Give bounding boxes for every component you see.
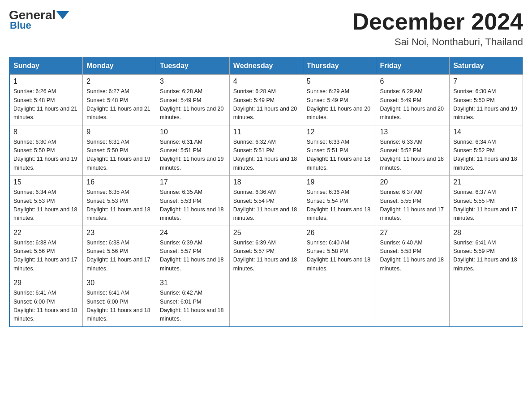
day-number: 8	[13, 128, 79, 136]
calendar-cell: 9Sunrise: 6:31 AMSunset: 5:50 PMDaylight…	[83, 125, 156, 176]
calendar-cell: 28Sunrise: 6:41 AMSunset: 5:59 PMDayligh…	[450, 226, 523, 276]
day-info: Sunrise: 6:28 AMSunset: 5:49 PMDaylight:…	[233, 87, 299, 122]
day-number: 31	[160, 279, 226, 287]
day-number: 23	[86, 229, 152, 237]
day-number: 13	[380, 128, 446, 136]
day-info: Sunrise: 6:39 AMSunset: 5:57 PMDaylight:…	[160, 239, 226, 274]
calendar-cell: 16Sunrise: 6:35 AMSunset: 5:53 PMDayligh…	[83, 176, 156, 226]
day-number: 22	[13, 229, 79, 237]
day-info: Sunrise: 6:33 AMSunset: 5:52 PMDaylight:…	[380, 138, 446, 173]
calendar-cell: 17Sunrise: 6:35 AMSunset: 5:53 PMDayligh…	[156, 176, 230, 226]
day-info: Sunrise: 6:28 AMSunset: 5:49 PMDaylight:…	[160, 87, 226, 122]
calendar-cell: 12Sunrise: 6:33 AMSunset: 5:51 PMDayligh…	[303, 125, 376, 176]
day-info: Sunrise: 6:31 AMSunset: 5:51 PMDaylight:…	[160, 138, 226, 173]
calendar-cell: 18Sunrise: 6:36 AMSunset: 5:54 PMDayligh…	[229, 176, 303, 226]
page-header: General Blue December 2024 Sai Noi, Nont…	[9, 9, 523, 48]
week-row-1: 1Sunrise: 6:26 AMSunset: 5:48 PMDaylight…	[9, 75, 523, 125]
day-info: Sunrise: 6:37 AMSunset: 5:55 PMDaylight:…	[453, 188, 519, 223]
column-header-wednesday: Wednesday	[229, 57, 303, 75]
day-number: 20	[380, 178, 446, 186]
calendar-cell: 22Sunrise: 6:38 AMSunset: 5:56 PMDayligh…	[9, 226, 83, 276]
day-info: Sunrise: 6:29 AMSunset: 5:49 PMDaylight:…	[307, 87, 373, 122]
day-number: 5	[307, 77, 373, 86]
day-info: Sunrise: 6:39 AMSunset: 5:57 PMDaylight:…	[233, 239, 299, 274]
day-info: Sunrise: 6:30 AMSunset: 5:50 PMDaylight:…	[453, 87, 519, 122]
title-area: December 2024 Sai Noi, Nonthaburi, Thail…	[352, 9, 523, 48]
day-number: 28	[453, 229, 519, 237]
calendar-cell: 20Sunrise: 6:37 AMSunset: 5:55 PMDayligh…	[376, 176, 450, 226]
day-number: 30	[86, 279, 152, 287]
calendar-cell: 23Sunrise: 6:38 AMSunset: 5:56 PMDayligh…	[83, 226, 156, 276]
day-number: 27	[380, 229, 446, 237]
calendar-cell: 19Sunrise: 6:36 AMSunset: 5:54 PMDayligh…	[303, 176, 376, 226]
day-info: Sunrise: 6:34 AMSunset: 5:53 PMDaylight:…	[13, 188, 79, 223]
calendar-cell: 4Sunrise: 6:28 AMSunset: 5:49 PMDaylight…	[229, 75, 303, 125]
column-header-tuesday: Tuesday	[156, 57, 230, 75]
calendar-cell	[303, 276, 376, 327]
day-number: 2	[86, 77, 152, 86]
calendar-cell: 14Sunrise: 6:34 AMSunset: 5:52 PMDayligh…	[450, 125, 523, 176]
calendar-cell: 15Sunrise: 6:34 AMSunset: 5:53 PMDayligh…	[9, 176, 83, 226]
column-header-sunday: Sunday	[9, 57, 83, 75]
calendar-cell: 24Sunrise: 6:39 AMSunset: 5:57 PMDayligh…	[156, 226, 230, 276]
day-number: 4	[233, 77, 299, 86]
calendar-cell: 1Sunrise: 6:26 AMSunset: 5:48 PMDaylight…	[9, 75, 83, 125]
day-number: 24	[160, 229, 226, 237]
calendar-cell: 7Sunrise: 6:30 AMSunset: 5:50 PMDaylight…	[450, 75, 523, 125]
day-info: Sunrise: 6:27 AMSunset: 5:48 PMDaylight:…	[86, 87, 152, 122]
week-row-2: 8Sunrise: 6:30 AMSunset: 5:50 PMDaylight…	[9, 125, 523, 176]
calendar-cell: 10Sunrise: 6:31 AMSunset: 5:51 PMDayligh…	[156, 125, 230, 176]
day-info: Sunrise: 6:38 AMSunset: 5:56 PMDaylight:…	[86, 239, 152, 274]
day-number: 26	[307, 229, 373, 237]
column-header-monday: Monday	[83, 57, 156, 75]
day-info: Sunrise: 6:35 AMSunset: 5:53 PMDaylight:…	[86, 188, 152, 223]
logo-triangle-icon	[56, 11, 69, 19]
calendar-cell: 2Sunrise: 6:27 AMSunset: 5:48 PMDaylight…	[83, 75, 156, 125]
calendar-cell	[376, 276, 450, 327]
day-number: 14	[453, 128, 519, 136]
day-info: Sunrise: 6:38 AMSunset: 5:56 PMDaylight:…	[13, 239, 79, 274]
day-number: 3	[160, 77, 226, 86]
calendar-cell: 13Sunrise: 6:33 AMSunset: 5:52 PMDayligh…	[376, 125, 450, 176]
calendar-cell: 29Sunrise: 6:41 AMSunset: 6:00 PMDayligh…	[9, 276, 83, 327]
calendar-cell: 30Sunrise: 6:41 AMSunset: 6:00 PMDayligh…	[83, 276, 156, 327]
calendar-table: SundayMondayTuesdayWednesdayThursdayFrid…	[9, 57, 523, 327]
calendar-cell: 25Sunrise: 6:39 AMSunset: 5:57 PMDayligh…	[229, 226, 303, 276]
month-title: December 2024	[352, 9, 523, 34]
day-number: 10	[160, 128, 226, 136]
day-number: 12	[307, 128, 373, 136]
day-info: Sunrise: 6:40 AMSunset: 5:58 PMDaylight:…	[307, 239, 373, 274]
day-info: Sunrise: 6:31 AMSunset: 5:50 PMDaylight:…	[86, 138, 152, 173]
day-info: Sunrise: 6:33 AMSunset: 5:51 PMDaylight:…	[307, 138, 373, 173]
logo-blue-text: Blue	[10, 20, 31, 31]
calendar-cell: 8Sunrise: 6:30 AMSunset: 5:50 PMDaylight…	[9, 125, 83, 176]
day-info: Sunrise: 6:41 AMSunset: 6:00 PMDaylight:…	[86, 289, 152, 324]
day-number: 17	[160, 178, 226, 186]
week-row-5: 29Sunrise: 6:41 AMSunset: 6:00 PMDayligh…	[9, 276, 523, 327]
day-info: Sunrise: 6:35 AMSunset: 5:53 PMDaylight:…	[160, 188, 226, 223]
day-info: Sunrise: 6:41 AMSunset: 5:59 PMDaylight:…	[453, 239, 519, 274]
day-number: 15	[13, 178, 79, 186]
day-number: 11	[233, 128, 299, 136]
day-number: 29	[13, 279, 79, 287]
calendar-cell: 11Sunrise: 6:32 AMSunset: 5:51 PMDayligh…	[229, 125, 303, 176]
calendar-header-row: SundayMondayTuesdayWednesdayThursdayFrid…	[9, 57, 523, 75]
day-number: 25	[233, 229, 299, 237]
column-header-thursday: Thursday	[303, 57, 376, 75]
week-row-4: 22Sunrise: 6:38 AMSunset: 5:56 PMDayligh…	[9, 226, 523, 276]
location-title: Sai Noi, Nonthaburi, Thailand	[352, 36, 523, 48]
calendar-cell: 27Sunrise: 6:40 AMSunset: 5:58 PMDayligh…	[376, 226, 450, 276]
day-info: Sunrise: 6:29 AMSunset: 5:49 PMDaylight:…	[380, 87, 446, 122]
day-info: Sunrise: 6:37 AMSunset: 5:55 PMDaylight:…	[380, 188, 446, 223]
calendar-cell: 21Sunrise: 6:37 AMSunset: 5:55 PMDayligh…	[450, 176, 523, 226]
week-row-3: 15Sunrise: 6:34 AMSunset: 5:53 PMDayligh…	[9, 176, 523, 226]
day-number: 16	[86, 178, 152, 186]
day-number: 6	[380, 77, 446, 86]
logo: General Blue	[9, 9, 70, 31]
day-info: Sunrise: 6:32 AMSunset: 5:51 PMDaylight:…	[233, 138, 299, 173]
day-number: 18	[233, 178, 299, 186]
day-number: 21	[453, 178, 519, 186]
day-info: Sunrise: 6:41 AMSunset: 6:00 PMDaylight:…	[13, 289, 79, 324]
day-info: Sunrise: 6:42 AMSunset: 6:01 PMDaylight:…	[160, 289, 226, 324]
day-number: 7	[453, 77, 519, 86]
